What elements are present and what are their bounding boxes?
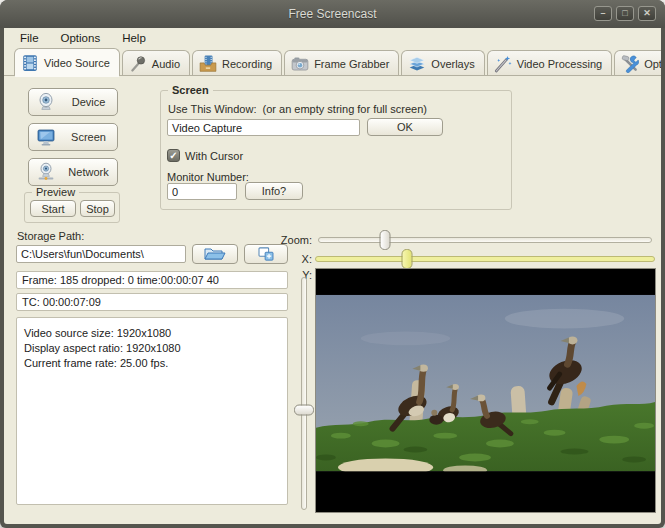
film-drawer-icon — [199, 55, 217, 73]
tab-label: Video Processing — [517, 58, 602, 70]
source-size-line: Video source size: 1920x1080 — [24, 326, 280, 341]
maximize-button[interactable]: □ — [616, 6, 634, 21]
stop-button[interactable]: Stop — [80, 200, 115, 217]
tab-label: Frame Grabber — [314, 58, 389, 70]
y-slider[interactable] — [301, 277, 307, 510]
menu-bar: File Options Help — [4, 28, 661, 48]
tab-label: Audio — [152, 58, 180, 70]
x-slider-handle[interactable] — [402, 249, 413, 269]
device-button-label: Device — [64, 96, 117, 108]
zoom-slider-label: Zoom: — [264, 234, 312, 246]
zoom-slider[interactable] — [318, 237, 652, 243]
ok-button[interactable]: OK — [367, 118, 443, 136]
screen-button[interactable]: Screen — [28, 123, 118, 151]
window-controls: – □ ✕ — [594, 6, 656, 21]
tab-video-source[interactable]: Video Source — [14, 48, 120, 76]
timecode-field: TC: 00:00:07:09 — [16, 293, 288, 311]
y-slider-handle[interactable] — [294, 404, 314, 415]
frame-status-field: Frame: 185 dropped: 0 time:00:00:07 40 — [16, 271, 288, 289]
magic-wand-icon — [494, 55, 512, 73]
menu-help[interactable]: Help — [120, 30, 148, 46]
x-slider-label: X: — [264, 253, 312, 265]
device-button[interactable]: Device — [28, 88, 118, 116]
tab-overlays[interactable]: Overlays — [401, 50, 484, 76]
webcam-icon — [36, 92, 56, 112]
tab-label: Options — [644, 58, 661, 70]
window-content: File Options Help Video Source Audio — [4, 28, 661, 524]
network-button[interactable]: Network — [28, 158, 118, 186]
layers-icon — [408, 55, 426, 73]
screen-button-label: Screen — [64, 131, 117, 143]
frame-rate-line: Current frame rate: 25.00 fps. — [24, 356, 280, 371]
monitor-number-label: Monitor Number: — [167, 171, 249, 183]
monitor-icon — [36, 127, 56, 147]
tab-audio[interactable]: Audio — [122, 50, 190, 76]
video-frame-image — [316, 269, 655, 512]
tab-recording[interactable]: Recording — [192, 50, 282, 76]
tab-label: Video Source — [44, 57, 110, 69]
window-name-input[interactable]: Video Capture — [167, 119, 360, 136]
screen-group: Screen Use This Window: (or an empty str… — [160, 90, 512, 210]
source-info-box: Video source size: 1920x1080 Display asp… — [16, 317, 288, 505]
close-button[interactable]: ✕ — [638, 6, 656, 21]
tab-options[interactable]: Options — [614, 50, 661, 76]
x-slider[interactable] — [315, 256, 655, 262]
monitor-number-input[interactable]: 0 — [167, 183, 237, 200]
screen-group-title: Screen — [168, 84, 213, 96]
tab-label: Recording — [222, 58, 272, 70]
tab-video-processing[interactable]: Video Processing — [487, 50, 612, 76]
preview-group-label: Preview — [32, 186, 79, 198]
tab-strip: Video Source Audio Recording Frame Grabb… — [14, 48, 661, 76]
film-strip-icon — [21, 54, 39, 72]
with-cursor-checkbox[interactable]: ✓ — [167, 149, 180, 162]
tab-frame-grabber[interactable]: Frame Grabber — [284, 50, 399, 76]
minimize-button[interactable]: – — [594, 6, 612, 21]
with-cursor-label: With Cursor — [185, 150, 243, 162]
browse-folder-button[interactable] — [192, 244, 238, 264]
start-button[interactable]: Start — [30, 200, 76, 217]
aspect-ratio-line: Display aspect ratio: 1920x1080 — [24, 341, 280, 356]
app-window: Free Screencast – □ ✕ File Options Help … — [0, 0, 665, 528]
window-title: Free Screencast — [288, 7, 376, 21]
use-this-window-label: Use This Window: (or an empty string for… — [168, 103, 427, 115]
camera-icon — [291, 55, 309, 73]
storage-path-input[interactable]: C:\Users\fun\Documents\ — [16, 245, 186, 263]
network-camera-icon — [36, 162, 56, 182]
video-preview[interactable] — [315, 268, 656, 513]
menu-options[interactable]: Options — [59, 30, 103, 46]
tools-icon — [621, 55, 639, 73]
info-button[interactable]: Info? — [245, 182, 303, 200]
tab-label: Overlays — [431, 58, 474, 70]
zoom-slider-handle[interactable] — [380, 230, 391, 250]
microphone-icon — [129, 55, 147, 73]
network-button-label: Network — [64, 166, 117, 178]
title-bar[interactable]: Free Screencast – □ ✕ — [0, 0, 665, 28]
menu-file[interactable]: File — [18, 30, 41, 46]
folder-open-icon — [204, 247, 226, 261]
storage-path-label: Storage Path: — [17, 230, 84, 242]
